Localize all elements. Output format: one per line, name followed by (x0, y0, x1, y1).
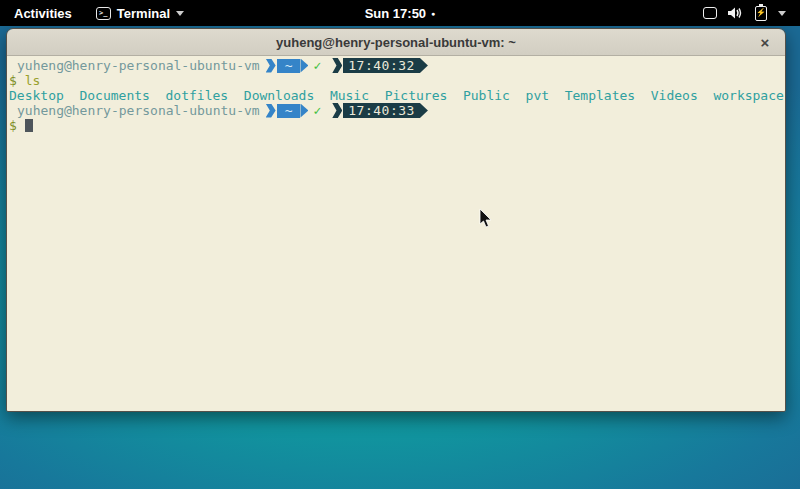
powerline-arrow-icon (420, 103, 428, 118)
screen-icon (703, 7, 717, 19)
prompt-cwd: ~ (277, 59, 301, 73)
activities-button[interactable]: Activities (0, 0, 86, 26)
prompt-time: 17:40:32 (343, 58, 420, 73)
notification-dot-icon: ● (431, 10, 435, 17)
prompt-user-host: yuheng@henry-personal-ubuntu-vm (9, 58, 260, 73)
window-title: yuheng@henry-personal-ubuntu-vm: ~ (276, 35, 516, 50)
prompt-user-host: yuheng@henry-personal-ubuntu-vm (9, 103, 260, 118)
prompt-time-segment: 17:40:32 (332, 59, 428, 73)
app-menu-terminal[interactable]: >_ Terminal (86, 0, 194, 26)
prompt-time-segment: 17:40:33 (332, 104, 428, 118)
powerline-arrow-icon (300, 59, 308, 73)
clock-label: Sun 17:50 (365, 6, 426, 21)
powerline-chevron-icon (266, 59, 276, 73)
chevron-down-icon (778, 11, 786, 16)
prompt-cwd-segment: ~ (266, 104, 309, 118)
text-cursor (25, 119, 33, 132)
clock-button[interactable]: Sun 17:50 ● (365, 0, 436, 26)
battery-charging-icon: ⚡ (755, 6, 767, 21)
ls-output: Desktop Documents dotfiles Downloads Mus… (9, 88, 783, 103)
status-check-icon: ✓ (313, 58, 321, 73)
prompt-cwd: ~ (277, 104, 301, 118)
chevron-down-icon (176, 11, 184, 16)
powerline-arrow-icon (420, 58, 428, 73)
volume-icon (728, 6, 744, 20)
prompt-cwd-segment: ~ (266, 59, 309, 73)
prompt-line: yuheng@henry-personal-ubuntu-vm ~ ✓ 17:4… (9, 103, 783, 118)
command-text: ls (25, 73, 41, 88)
prompt-symbol: $ (9, 118, 17, 133)
prompt-line: yuheng@henry-personal-ubuntu-vm ~ ✓ 17:4… (9, 58, 783, 73)
terminal-screen[interactable]: yuheng@henry-personal-ubuntu-vm ~ ✓ 17:4… (7, 56, 785, 411)
input-line[interactable]: $ (9, 118, 783, 133)
powerline-arrow-icon (300, 104, 308, 118)
status-check-icon: ✓ (313, 103, 321, 118)
terminal-icon: >_ (96, 7, 111, 20)
system-status-menu[interactable]: ⚡ (695, 0, 794, 26)
window-titlebar[interactable]: yuheng@henry-personal-ubuntu-vm: ~ × (7, 29, 785, 56)
prompt-symbol: $ (9, 73, 17, 88)
close-button[interactable]: × (755, 32, 775, 52)
powerline-chevron-icon (266, 104, 276, 118)
mouse-pointer-icon (479, 209, 493, 229)
activities-label: Activities (14, 6, 72, 21)
terminal-window: yuheng@henry-personal-ubuntu-vm: ~ × yuh… (6, 28, 786, 412)
prompt-time: 17:40:33 (343, 103, 420, 118)
command-text (17, 73, 25, 88)
app-menu-label: Terminal (117, 6, 170, 21)
command-line: $ ls (9, 73, 783, 88)
powerline-chevron-icon (332, 103, 342, 118)
powerline-chevron-icon (332, 58, 342, 73)
top-bar: Activities >_ Terminal Sun 17:50 ● ⚡ (0, 0, 800, 26)
